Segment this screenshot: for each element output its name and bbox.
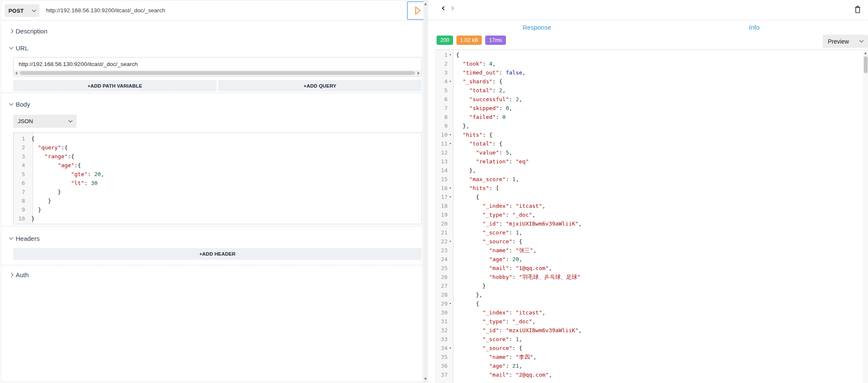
line-number: 26	[435, 273, 448, 281]
scrollbar-thumb[interactable]	[20, 71, 415, 75]
fold-arrow-icon	[448, 201, 453, 210]
line-number: 2	[435, 59, 448, 68]
fold-arrow-icon[interactable]: ▾	[448, 237, 453, 246]
add-path-variable-button[interactable]: +ADD PATH VARIABLE	[13, 80, 217, 91]
request-url-text[interactable]: http://192.168.56.130:9200/itcast/_doc/_…	[46, 0, 165, 21]
line-number: 10	[14, 214, 29, 223]
url-input[interactable]	[14, 58, 421, 71]
code-line: 9 },	[435, 121, 863, 130]
fold-arrow-icon	[448, 246, 453, 255]
code-line: 31 "_type": "_doc",	[435, 317, 863, 326]
view-mode-select[interactable]: Preview	[823, 35, 868, 48]
add-header-button[interactable]: +ADD HEADER	[13, 248, 422, 260]
request-body-editor[interactable]: 1{2 "query":{3 "range":{4 "age":{5 "gte"…	[13, 132, 422, 224]
line-number: 6	[14, 179, 29, 187]
add-query-button[interactable]: +ADD QUERY	[218, 80, 422, 91]
code-line: 24 "age": 20,	[435, 255, 863, 264]
forward-arrow-icon[interactable]	[450, 6, 454, 11]
line-number: 2	[14, 143, 29, 152]
line-number: 15	[435, 175, 448, 184]
section-body[interactable]: Body	[10, 101, 30, 108]
code-text: "name": "李四",	[453, 353, 536, 361]
line-number: 4	[435, 77, 448, 86]
code-text: "_score": 1,	[453, 228, 522, 237]
line-number: 3	[435, 68, 448, 77]
fold-arrow-icon	[448, 86, 453, 95]
url-actions-row: +ADD PATH VARIABLE +ADD QUERY	[13, 80, 422, 91]
section-description[interactable]: Description	[10, 28, 47, 35]
fold-arrow-icon[interactable]: ▾	[448, 139, 453, 148]
code-text: }	[29, 214, 35, 223]
response-panel: Response Info 200 1.02 kB 17ms Preview 1…	[428, 0, 868, 383]
section-url[interactable]: URL	[10, 44, 28, 52]
scroll-down-arrow-icon[interactable]	[424, 378, 427, 380]
code-line: 4 "age":{	[14, 161, 421, 170]
fold-arrow-icon	[448, 104, 453, 113]
line-number: 22	[435, 237, 448, 246]
scroll-right-arrow-icon[interactable]	[418, 72, 420, 75]
fold-arrow-icon[interactable]: ▾	[448, 50, 453, 59]
section-separator	[1, 93, 423, 93]
section-headers[interactable]: Headers	[10, 235, 40, 242]
code-text: "mail": "2@qq.com",	[453, 370, 552, 379]
fold-arrow-icon	[448, 361, 453, 370]
section-auth[interactable]: Auth	[10, 271, 29, 278]
line-number: 7	[435, 104, 448, 113]
line-number: 23	[435, 246, 448, 255]
code-text: "max_score": 1,	[453, 175, 519, 184]
code-text: "age": 20,	[453, 255, 522, 264]
fold-arrow-icon	[448, 353, 453, 361]
fold-arrow-icon	[448, 210, 453, 219]
scrollbar-thumb[interactable]	[864, 56, 868, 73]
code-text: "_source": {	[453, 344, 522, 353]
fold-arrow-icon[interactable]: ▾	[448, 344, 453, 353]
code-line: 5 "total": 2,	[435, 86, 863, 95]
code-text: {	[453, 193, 479, 201]
fold-arrow-icon[interactable]: ▾	[448, 193, 453, 201]
fold-arrow-icon[interactable]: ▾	[448, 130, 453, 139]
body-type-select[interactable]: JSON	[13, 115, 77, 128]
code-line: 33 "_score": 1,	[435, 335, 863, 344]
code-text: }	[29, 196, 51, 205]
code-text: "mail": "1@qq.com",	[453, 264, 552, 273]
code-text: {	[29, 134, 35, 143]
line-number: 10	[435, 130, 448, 139]
code-line: 21 "_score": 1,	[435, 228, 863, 237]
line-number: 17	[435, 193, 448, 201]
tab-response[interactable]: Response	[428, 22, 646, 33]
code-line: 12 "value": 5,	[435, 148, 863, 157]
response-topbar	[428, 0, 868, 20]
method-select[interactable]: POST	[5, 4, 39, 17]
scroll-up-arrow-icon[interactable]	[424, 3, 427, 5]
line-number: 9	[435, 121, 448, 130]
line-number: 16	[435, 184, 448, 193]
tab-info[interactable]: Info	[646, 22, 863, 33]
line-number: 20	[435, 219, 448, 228]
fold-arrow-icon[interactable]: ▾	[448, 77, 453, 86]
scroll-left-arrow-icon[interactable]	[15, 72, 17, 75]
delete-response-button[interactable]	[853, 4, 862, 14]
code-line: 9 }	[14, 205, 421, 214]
fold-arrow-icon	[448, 157, 453, 166]
code-text: "_type": "_doc",	[453, 210, 536, 219]
section-body-label: Body	[16, 101, 30, 108]
scroll-up-arrow-icon[interactable]	[864, 52, 867, 54]
code-text: "_source": {	[453, 237, 522, 246]
section-separator	[1, 265, 423, 265]
line-number: 1	[14, 134, 29, 143]
code-text: "gte": 20,	[29, 170, 104, 179]
fold-arrow-icon[interactable]: ▾	[448, 299, 453, 308]
code-text: "range":{	[29, 152, 74, 161]
method-select-value: POST	[8, 8, 24, 14]
code-text: "_type": "_doc",	[453, 317, 536, 326]
line-number: 12	[435, 148, 448, 157]
url-input-box	[13, 57, 422, 77]
code-text: "_id": "mzxiUXIBwm6v39aWliiK",	[453, 326, 582, 335]
response-scrollbar[interactable]	[863, 50, 868, 383]
section-description-label: Description	[16, 28, 47, 35]
url-horizontal-scrollbar[interactable]	[14, 70, 421, 76]
back-arrow-icon[interactable]	[442, 6, 446, 11]
section-headers-label: Headers	[16, 235, 40, 242]
request-panel-scrollbar[interactable]	[423, 0, 428, 383]
fold-arrow-icon[interactable]: ▾	[448, 184, 453, 193]
